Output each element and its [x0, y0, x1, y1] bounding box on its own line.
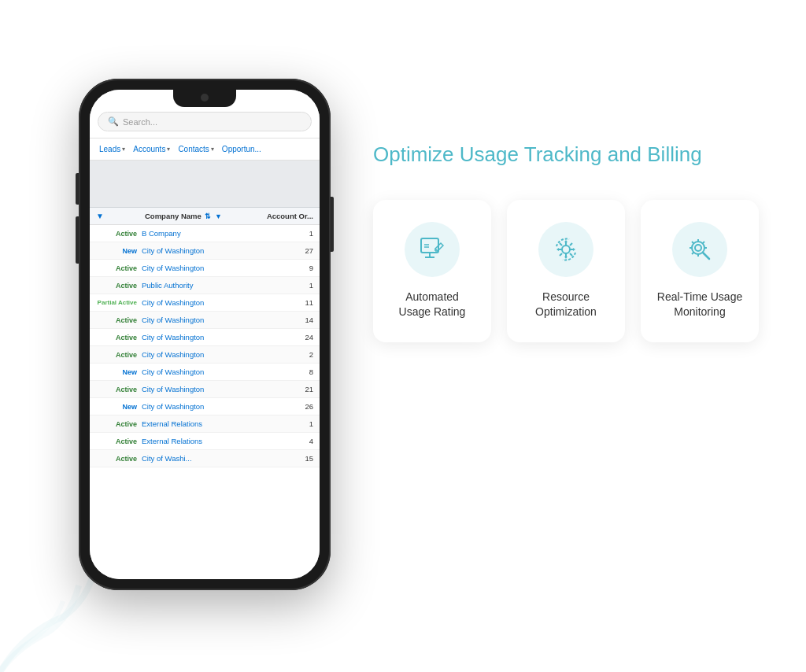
feature-card-realtime-monitoring: Real-Time Usage Monitoring — [641, 200, 759, 342]
table-row: Active City of Washington 24 — [90, 329, 320, 346]
company-name[interactable]: City of Washington — [142, 264, 294, 272]
company-name[interactable]: External Relations — [142, 437, 294, 445]
table-row: Active City of Washington 9 — [90, 260, 320, 277]
company-name[interactable]: External Relations — [142, 419, 294, 428]
feature-label-automated: Automated Usage Rating — [389, 290, 475, 320]
account-number: 15 — [294, 454, 313, 463]
account-number: 21 — [294, 385, 313, 393]
svg-line-18 — [703, 253, 709, 259]
company-name[interactable]: City of Washington — [142, 316, 294, 324]
chevron-down-icon: ▾ — [122, 146, 125, 153]
company-name[interactable]: City of Washington — [142, 367, 294, 376]
status-badge: Active — [96, 420, 142, 428]
table-row: Active City of Washi... 15 — [90, 450, 320, 467]
company-name[interactable]: City of Washi... — [142, 454, 294, 463]
crm-nav: Leads ▾ Accounts ▾ Contacts ▾ Opportun..… — [90, 138, 320, 161]
search-input[interactable]: 🔍 Search... — [98, 112, 312, 131]
status-badge: Partial Active — [96, 299, 142, 306]
account-number: 4 — [294, 437, 313, 445]
company-name[interactable]: City of Washington — [142, 402, 294, 411]
automated-usage-rating-icon-circle — [405, 222, 460, 277]
status-badge: New — [96, 247, 142, 255]
search-icon: 🔍 — [108, 116, 119, 127]
account-number: 9 — [294, 264, 313, 272]
company-name[interactable]: City of Washington — [142, 333, 294, 342]
status-badge: New — [96, 403, 142, 411]
table-row: Active External Relations 4 — [90, 433, 320, 450]
account-number: 1 — [294, 419, 313, 428]
phone-mockup: 🔍 Search... Leads ▾ Accounts ▾ Co — [79, 79, 331, 590]
status-badge: Active — [96, 264, 142, 272]
status-badge: Active — [96, 455, 142, 463]
filter-col-icon[interactable]: ▼ — [215, 212, 222, 220]
svg-point-17 — [695, 245, 701, 251]
nav-opportunities[interactable]: Opportun... — [219, 143, 264, 155]
feature-label-resource: Resource Optimization — [523, 290, 609, 320]
table-header: ▼ Company Name ⇅ ▼ Account Or... — [90, 208, 320, 225]
company-name[interactable]: B Company — [142, 229, 294, 238]
gear-cycle-icon — [552, 235, 580, 264]
nav-accounts[interactable]: Accounts ▾ — [130, 143, 173, 155]
svg-line-24 — [703, 242, 705, 244]
status-badge: Active — [96, 230, 142, 238]
phone-side-btn-1 — [76, 173, 79, 205]
company-name[interactable]: City of Washington — [142, 298, 294, 307]
account-number: 14 — [294, 316, 313, 324]
nav-leads[interactable]: Leads ▾ — [96, 143, 128, 155]
table-row: Active Public Authority 1 — [90, 277, 320, 294]
status-badge: New — [96, 368, 142, 376]
svg-point-7 — [562, 246, 570, 253]
svg-line-12 — [560, 243, 562, 246]
company-name[interactable]: City of Washington — [142, 385, 294, 393]
status-badge: Active — [96, 438, 142, 445]
company-name[interactable]: City of Washington — [142, 246, 294, 255]
account-number: 8 — [294, 367, 313, 376]
table-row: Active B Company 1 — [90, 225, 320, 242]
filter-icon[interactable]: ▼ — [96, 212, 104, 220]
account-number: 1 — [294, 281, 313, 290]
chart-search-icon — [686, 235, 714, 264]
list-header-area — [90, 161, 320, 208]
svg-line-23 — [692, 242, 694, 244]
col-account-number: Account Or... — [258, 212, 313, 220]
phone-notch — [173, 90, 236, 107]
account-number: 1 — [294, 229, 313, 238]
status-badge: Active — [96, 316, 142, 324]
table-row: New City of Washington 8 — [90, 364, 320, 381]
table-row: New City of Washington 27 — [90, 242, 320, 260]
chevron-down-icon: ▾ — [167, 146, 170, 153]
realtime-monitoring-icon-circle — [672, 222, 727, 277]
feature-label-realtime: Real-Time Usage Monitoring — [656, 290, 743, 320]
svg-line-13 — [570, 243, 572, 246]
section-title: Optimize Usage Tracking and Billing — [373, 142, 759, 168]
table-row: Active City of Washington 21 — [90, 381, 320, 398]
phone-camera — [201, 94, 209, 102]
accounts-table: Active B Company 1 New City of Washingto… — [90, 225, 320, 579]
account-number: 27 — [294, 246, 313, 255]
company-name[interactable]: Public Authority — [142, 281, 294, 290]
table-row: Active City of Washington 2 — [90, 346, 320, 364]
account-number: 24 — [294, 333, 313, 342]
table-row: Active External Relations 1 — [90, 415, 320, 433]
account-number: 11 — [294, 298, 313, 307]
status-badge: Active — [96, 386, 142, 393]
status-badge: Active — [96, 282, 142, 290]
account-number: 26 — [294, 402, 313, 411]
crm-app: 🔍 Search... Leads ▾ Accounts ▾ Co — [90, 90, 320, 579]
nav-contacts[interactable]: Contacts ▾ — [175, 143, 216, 155]
feature-cards: Automated Usage Rating — [373, 200, 759, 342]
feature-card-automated-usage-rating: Automated Usage Rating — [373, 200, 491, 342]
company-name[interactable]: City of Washington — [142, 350, 294, 359]
phone-screen: 🔍 Search... Leads ▾ Accounts ▾ Co — [90, 90, 320, 579]
status-badge: Active — [96, 334, 142, 342]
svg-line-15 — [570, 253, 572, 256]
search-placeholder: Search... — [123, 117, 157, 127]
sort-icon[interactable]: ⇅ — [205, 212, 211, 220]
status-badge: Active — [96, 351, 142, 359]
phone-side-btn-right — [331, 197, 334, 252]
feature-card-resource-optimization: Resource Optimization — [507, 200, 625, 342]
resource-optimization-icon-circle — [538, 222, 593, 277]
table-row: New City of Washington 26 — [90, 398, 320, 415]
table-row: Active City of Washington 14 — [90, 312, 320, 329]
chevron-down-icon: ▾ — [211, 146, 214, 153]
